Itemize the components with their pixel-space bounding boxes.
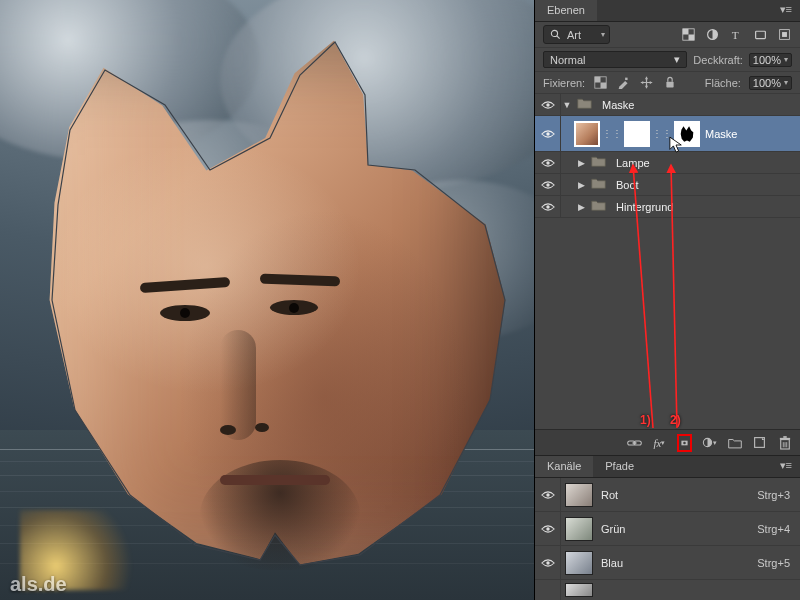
filter-shape-icon[interactable] [753, 27, 768, 42]
layer-filter-select[interactable]: ▾ [543, 25, 610, 44]
add-mask-button[interactable] [677, 434, 692, 452]
channel-name: Grün [601, 523, 757, 535]
lock-position-icon[interactable] [639, 75, 654, 90]
disclosure-triangle-icon[interactable]: ▶ [575, 158, 587, 168]
link-icon[interactable]: ⋮⋮ [649, 128, 675, 139]
delete-layer-icon[interactable] [777, 435, 792, 450]
folder-icon [591, 155, 606, 170]
svg-rect-9 [782, 32, 787, 37]
layer-group-row[interactable]: ▼ Maske [535, 94, 800, 116]
folder-icon [577, 97, 592, 112]
fill-value: 100% [753, 77, 781, 89]
tab-channels[interactable]: Kanäle [535, 456, 593, 477]
svg-rect-3 [683, 29, 689, 35]
svg-point-0 [551, 30, 557, 36]
folder-icon [591, 177, 606, 192]
tab-layers[interactable]: Ebenen [535, 0, 597, 21]
svg-rect-7 [756, 31, 766, 38]
face-layer [30, 30, 520, 570]
layer-filter-row: ▾ T [535, 22, 800, 48]
layer-name[interactable]: Maske [705, 128, 737, 140]
svg-point-30 [546, 493, 549, 496]
layer-group-row[interactable]: ▶ Hintergrund [535, 196, 800, 218]
channels-panel: Kanäle Pfade ▾≡ Rot Strg+3 Grün Strg+4 B… [535, 455, 800, 600]
svg-rect-13 [625, 78, 627, 80]
layer-group-row[interactable]: ▶ Lampe [535, 152, 800, 174]
fx-icon[interactable]: fx▾ [652, 435, 667, 450]
blend-mode-select[interactable]: Normal ▾ [543, 51, 687, 68]
disclosure-triangle-icon[interactable]: ▼ [561, 100, 573, 110]
visibility-toggle[interactable] [535, 580, 561, 600]
channel-thumbnail [565, 551, 593, 575]
filter-type-icon[interactable]: T [729, 27, 744, 42]
filter-adjustment-icon[interactable] [705, 27, 720, 42]
document-canvas[interactable]: als.de [0, 0, 534, 600]
filter-smartobject-icon[interactable] [777, 27, 792, 42]
opacity-label: Deckkraft: [693, 54, 743, 66]
layer-name[interactable]: Hintergrund [616, 201, 673, 213]
eye [160, 305, 210, 321]
lock-pixels-icon[interactable] [616, 75, 631, 90]
svg-point-17 [546, 161, 549, 164]
new-group-icon[interactable] [727, 435, 742, 450]
nostril [220, 425, 236, 435]
layer-filter-input[interactable] [567, 29, 597, 41]
layers-panel: Ebenen ▾≡ ▾ T Normal ▾ Deckkraft: 100%▾ [534, 0, 800, 600]
channel-thumbnail [565, 483, 593, 507]
svg-point-32 [546, 561, 549, 564]
visibility-toggle[interactable] [535, 174, 561, 195]
opacity-input[interactable]: 100%▾ [749, 53, 792, 67]
svg-rect-12 [601, 83, 607, 89]
layer-row-active[interactable]: ⋮⋮ ⋮⋮ Maske [535, 116, 800, 152]
panel-tabbar: Ebenen ▾≡ [535, 0, 800, 22]
lock-row: Fixieren: Fläche: 100%▾ [535, 72, 800, 94]
layers-bottom-toolbar: fx▾ ▾ [535, 429, 800, 455]
channel-thumbnail [565, 583, 593, 597]
visibility-toggle[interactable] [535, 478, 561, 511]
link-layers-icon[interactable] [627, 435, 642, 450]
new-layer-icon[interactable] [752, 435, 767, 450]
disclosure-triangle-icon[interactable]: ▶ [575, 180, 587, 190]
layer-name[interactable]: Lampe [616, 157, 650, 169]
channel-shortcut: Strg+5 [757, 557, 790, 569]
visibility-toggle[interactable] [535, 196, 561, 217]
panel-menu-icon[interactable]: ▾≡ [772, 0, 800, 21]
svg-rect-14 [666, 82, 673, 88]
layers-list[interactable]: ▼ Maske ⋮⋮ ⋮⋮ Maske ▶ Lampe [535, 94, 800, 429]
channel-row[interactable]: Blau Strg+5 [535, 546, 800, 580]
layer-mask-thumbnail-1[interactable] [625, 122, 649, 146]
channel-row[interactable]: Rot Strg+3 [535, 478, 800, 512]
nostril [255, 423, 269, 432]
visibility-toggle[interactable] [535, 152, 561, 173]
visibility-toggle[interactable] [535, 546, 561, 579]
visibility-toggle[interactable] [535, 512, 561, 545]
panel-menu-icon[interactable]: ▾≡ [772, 456, 800, 477]
channels-tabbar: Kanäle Pfade ▾≡ [535, 456, 800, 478]
lock-transparency-icon[interactable] [593, 75, 608, 90]
channel-row[interactable] [535, 580, 800, 600]
channel-row[interactable]: Grün Strg+4 [535, 512, 800, 546]
adjustment-layer-icon[interactable]: ▾ [702, 435, 717, 450]
channel-name: Blau [601, 557, 757, 569]
layer-mask-thumbnail-2[interactable] [675, 122, 699, 146]
svg-line-1 [557, 36, 560, 39]
channel-shortcut: Strg+3 [757, 489, 790, 501]
fill-input[interactable]: 100%▾ [749, 76, 792, 90]
svg-rect-26 [779, 437, 789, 439]
filter-pixel-icon[interactable] [681, 27, 696, 42]
nose [220, 330, 256, 440]
group-name: Maske [602, 99, 634, 111]
blend-mode-value: Normal [550, 54, 585, 66]
disclosure-triangle-icon[interactable]: ▶ [575, 202, 587, 212]
visibility-toggle[interactable] [535, 116, 561, 151]
visibility-toggle[interactable] [535, 94, 561, 115]
link-icon[interactable]: ⋮⋮ [599, 128, 625, 139]
tab-paths[interactable]: Pfade [593, 456, 646, 477]
lock-label: Fixieren: [543, 77, 585, 89]
layer-thumbnail[interactable] [575, 122, 599, 146]
lock-all-icon[interactable] [662, 75, 677, 90]
tab-spacer [597, 0, 772, 21]
layer-group-row[interactable]: ▶ Boot [535, 174, 800, 196]
svg-point-18 [546, 183, 549, 186]
layer-name[interactable]: Boot [616, 179, 639, 191]
